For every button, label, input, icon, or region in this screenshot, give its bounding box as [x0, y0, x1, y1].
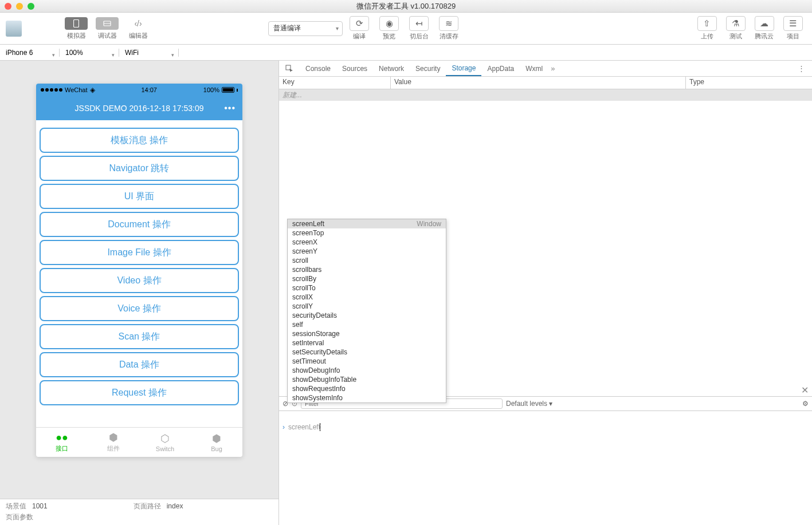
ac-item[interactable]: scrollX	[288, 293, 446, 302]
demo-button[interactable]: Video 操作	[40, 268, 239, 293]
tab-network[interactable]: Network	[373, 61, 410, 76]
minimize-icon[interactable]	[16, 3, 23, 10]
col-value[interactable]: Value	[391, 77, 686, 89]
project-button[interactable]: ☰ 项目	[783, 16, 803, 41]
demo-button[interactable]: Scan 操作	[40, 324, 239, 349]
device-select[interactable]: iPhone 6	[0, 49, 60, 57]
ac-item[interactable]: sessionStorage	[288, 329, 446, 338]
code-icon: ‹/›	[127, 17, 150, 30]
network-select[interactable]: WiFi	[119, 49, 179, 57]
console-settings-icon[interactable]: ⚙	[802, 400, 809, 408]
tab-switch[interactable]: ⬡ Switch	[139, 428, 191, 457]
console-input[interactable]: screenLeft	[288, 423, 320, 431]
demo-button[interactable]: Voice 操作	[40, 296, 239, 321]
ac-item[interactable]: setSecurityDetails	[288, 348, 446, 357]
console-close-icon[interactable]: ✕	[801, 385, 809, 396]
debugger-toggle[interactable]: 调试器	[93, 16, 121, 41]
scene-value: 1001	[32, 502, 48, 510]
avatar[interactable]	[6, 21, 22, 37]
ac-item[interactable]: showSystemInfo	[288, 393, 446, 402]
devtools-menu-icon[interactable]: ⋮	[794, 64, 809, 73]
simulator-footer: 场景值1001 页面路径index 页面参数	[0, 499, 278, 525]
demo-button[interactable]: Navigator 跳转	[40, 156, 239, 181]
layers-icon: ≋	[439, 16, 458, 31]
compile-mode-select[interactable]: 普通编译	[268, 21, 343, 36]
col-type[interactable]: Type	[686, 77, 812, 89]
ac-item[interactable]: screenTop	[288, 228, 446, 238]
background-button[interactable]: ↤ 切后台	[409, 16, 429, 41]
ac-item[interactable]: screenX	[288, 238, 446, 247]
prompt-icon: ›	[283, 423, 285, 431]
traffic-lights	[5, 3, 34, 10]
wifi-icon: ◈	[90, 86, 95, 94]
ac-item[interactable]: scrollBy	[288, 274, 446, 283]
ac-item[interactable]: self	[288, 320, 446, 329]
battery-pct: 100%	[203, 86, 219, 93]
background-icon: ↤	[409, 16, 429, 31]
demo-button[interactable]: Document 操作	[40, 212, 239, 237]
new-row[interactable]: 新建...	[279, 89, 812, 101]
ac-item[interactable]: securityDetails	[288, 311, 446, 320]
demo-button[interactable]: Request 操作	[40, 380, 239, 405]
storage-table-header: Key Value Type	[279, 77, 812, 89]
demo-button[interactable]: Image File 操作	[40, 240, 239, 265]
tab-api[interactable]: ●● 接口	[36, 428, 88, 457]
tab-wxml[interactable]: Wxml	[520, 61, 548, 76]
log-levels-select[interactable]: Default levels ▾	[506, 400, 552, 408]
carrier-label: WeChat	[65, 86, 88, 93]
tabs-overflow-icon[interactable]: »	[551, 64, 555, 73]
tab-appdata[interactable]: AppData	[481, 61, 520, 76]
ac-item[interactable]: showRequestInfo	[288, 384, 446, 393]
tab-console[interactable]: Console	[300, 61, 336, 76]
col-key[interactable]: Key	[279, 77, 391, 89]
zoom-select[interactable]: 100%	[60, 49, 119, 57]
tab-sources[interactable]: Sources	[336, 61, 373, 76]
element-picker-icon[interactable]	[283, 62, 296, 76]
cloud-button[interactable]: ☁ 腾讯云	[755, 16, 774, 41]
ac-item[interactable]: setTimeout	[288, 357, 446, 366]
preview-button[interactable]: ◉ 预览	[379, 16, 399, 41]
battery-area: 100%	[203, 86, 238, 93]
demo-button[interactable]: 模板消息 操作	[40, 128, 239, 153]
upload-icon: ⇧	[697, 16, 717, 31]
wechat-icon: ●●	[55, 432, 69, 443]
battery-icon	[222, 87, 234, 93]
eye-icon: ◉	[379, 16, 399, 31]
signal-dots-icon	[41, 88, 62, 92]
nav-more-icon[interactable]: •••	[224, 103, 236, 113]
ac-item[interactable]: scroll	[288, 256, 446, 265]
flask-icon: ⚗	[726, 16, 746, 31]
debugger-icon	[96, 17, 119, 30]
demo-button[interactable]: UI 界面	[40, 184, 239, 209]
maximize-icon[interactable]	[28, 3, 34, 10]
demo-button[interactable]: Data 操作	[40, 352, 239, 377]
ac-item[interactable]: screenLeftWindow	[288, 219, 446, 228]
close-icon[interactable]	[5, 3, 11, 10]
signal-area: WeChat ◈	[41, 86, 95, 94]
svg-rect-0	[74, 19, 79, 27]
phone-tabbar: ●● 接口 ⬢ 组件 ⬡ Switch ⬢ Bug	[36, 427, 242, 457]
tab-bug[interactable]: ⬢ Bug	[191, 428, 242, 457]
phone-frame: WeChat ◈ 14:07 100% JSSDK DEMO 2016-12-1…	[36, 84, 242, 457]
test-button[interactable]: ⚗ 测试	[726, 16, 746, 41]
devtools-pane: Console Sources Network Security Storage…	[278, 61, 812, 525]
console-input-row[interactable]: › screenLeft	[279, 421, 812, 433]
tab-storage[interactable]: Storage	[446, 61, 481, 76]
tab-component[interactable]: ⬢ 组件	[88, 428, 139, 457]
simulator-toggle[interactable]: 模拟器	[62, 16, 91, 41]
editor-toggle[interactable]: ‹/› 编辑器	[124, 16, 152, 41]
ac-item[interactable]: screenY	[288, 247, 446, 256]
clear-cache-button[interactable]: ≋ 清缓存	[439, 16, 458, 41]
cloud-icon: ☁	[755, 16, 774, 31]
ac-item[interactable]: showDebugInfoTable	[288, 375, 446, 384]
tab-security[interactable]: Security	[410, 61, 446, 76]
ac-item[interactable]: setInterval	[288, 338, 446, 348]
compile-button[interactable]: ⟳ 编译	[350, 16, 369, 41]
storage-table-body: 新建... ⊘ ⊙ Default levels ▾ ⚙ ✕ › screenL…	[279, 89, 812, 525]
ac-item[interactable]: scrollY	[288, 302, 446, 311]
ac-item[interactable]: scrollTo	[288, 283, 446, 293]
ac-item[interactable]: scrollbars	[288, 265, 446, 274]
phone-navbar: JSSDK DEMO 2016-12-18 17:53:09 •••	[36, 96, 242, 120]
upload-button[interactable]: ⇧ 上传	[697, 16, 717, 41]
ac-item[interactable]: showDebugInfo	[288, 366, 446, 375]
